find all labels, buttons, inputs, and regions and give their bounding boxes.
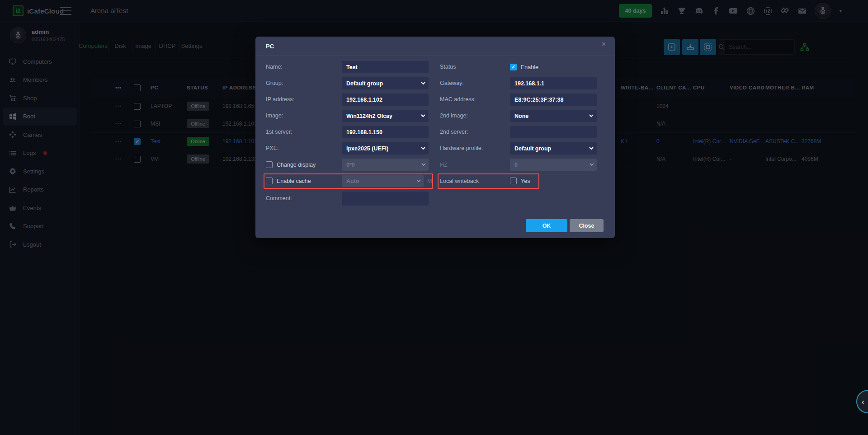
comment-textarea[interactable] (342, 192, 429, 206)
status-enable-label: Enable (521, 64, 538, 70)
first-server-label: 1st server: (266, 129, 292, 135)
comment-label: Comment: (266, 195, 292, 201)
status-label: Status (440, 64, 456, 70)
chevron-down-icon (586, 114, 597, 117)
hardware-profile-label: Hardware profile: (440, 145, 483, 151)
chevron-down-icon (413, 175, 424, 187)
chevron-down-icon (586, 159, 597, 171)
change-display-checkbox[interactable] (266, 161, 273, 168)
hz-select-disabled: 0 (510, 159, 597, 171)
local-writeback-label: Local writeback (440, 178, 479, 184)
chevron-down-icon (418, 147, 429, 150)
close-icon[interactable]: × (602, 40, 606, 48)
image-label: Image: (266, 112, 283, 119)
first-server-input[interactable] (342, 126, 429, 138)
mac-label: MAC address: (440, 96, 476, 103)
chevron-down-icon (418, 82, 429, 85)
enable-cache-label: Enable cache (277, 178, 311, 184)
gateway-label: Gateway: (440, 80, 464, 86)
mac-input[interactable] (510, 94, 597, 106)
local-writeback-checkbox[interactable] (510, 178, 517, 184)
gateway-input[interactable] (510, 77, 597, 89)
ip-input[interactable] (342, 94, 429, 106)
hardware-profile-select[interactable]: Default group (510, 142, 597, 154)
name-input[interactable] (342, 61, 429, 73)
local-writeback-yes-label: Yes (521, 178, 530, 184)
hz-label: HZ (440, 162, 448, 168)
chevron-down-icon (586, 147, 597, 150)
enable-cache-checkbox[interactable] (266, 178, 273, 184)
pxe-select[interactable]: ipxe2025 (UEFI) (342, 142, 429, 154)
group-label: Group: (266, 80, 283, 86)
second-server-input[interactable] (510, 126, 597, 138)
chevron-down-icon (418, 114, 429, 117)
name-label: Name: (266, 64, 283, 70)
resolution-select-disabled: 0*0 (342, 159, 429, 171)
cache-size-select-disabled: Auto (342, 175, 424, 187)
chevron-down-icon (418, 159, 429, 171)
chevron-left-icon: ‹ (862, 397, 865, 407)
ok-button[interactable]: OK (526, 219, 567, 232)
close-button[interactable]: Close (570, 219, 604, 232)
cache-unit-suffix: M (427, 178, 432, 184)
second-image-select[interactable]: None (510, 110, 597, 122)
pxe-label: PXE: (266, 145, 279, 151)
group-select[interactable]: Default group (342, 77, 429, 89)
pc-edit-modal: PC × Name: Status Enable Group: Default … (255, 37, 615, 238)
second-image-label: 2nd image: (440, 112, 468, 119)
status-enable-checkbox[interactable] (510, 64, 517, 70)
image-select[interactable]: Win1124h2 Olcay (342, 110, 429, 122)
change-display-label: Change display (277, 162, 316, 168)
app-root: i2 iCafeCloud Arena aiTest 40 days ▾ adm… (0, 0, 868, 435)
second-server-label: 2nd server: (440, 129, 468, 135)
ip-label: IP address: (266, 96, 294, 103)
modal-title: PC (266, 43, 274, 50)
